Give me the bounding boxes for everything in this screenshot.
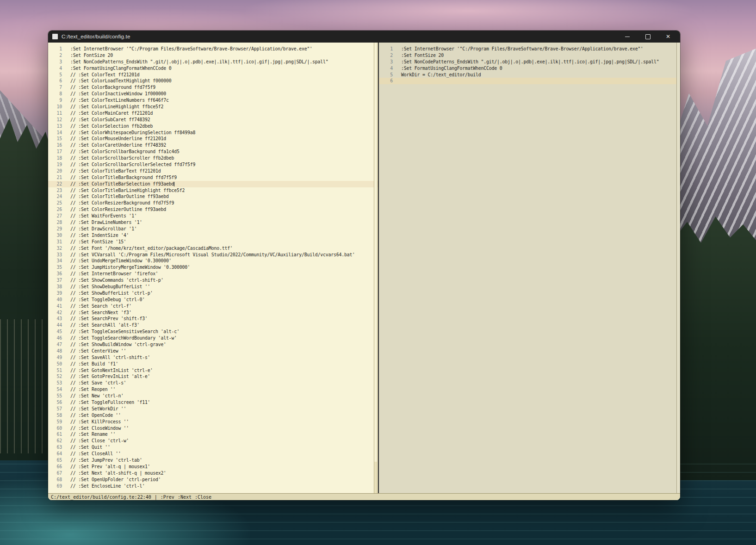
editor-pane-right[interactable]: 1:Set InternetBrowser '"C:/Program Files… bbox=[379, 43, 680, 493]
line-number: 27 bbox=[48, 213, 70, 219]
code-line[interactable]: 62// :Set Close 'ctrl-w' bbox=[48, 438, 373, 444]
code-line[interactable]: 1:Set InternetBrowser '"C:/Program Files… bbox=[379, 46, 675, 52]
code-line[interactable]: 60// :Set CloseWindow '' bbox=[48, 425, 373, 432]
code-line[interactable]: 4:Set FormatUsingClangFormatWhenCCode 0 bbox=[48, 65, 373, 72]
code-line[interactable]: 55// :Set New 'ctrl-n' bbox=[48, 393, 373, 399]
code-line[interactable]: 9// :Set ColorTextLineNumbers ff646f7c bbox=[48, 97, 373, 104]
code-line[interactable]: 22// :Set ColorTitleBarSelection ff93aeb… bbox=[48, 181, 378, 187]
code-line[interactable]: 39// :Set ShowBufferList 'ctrl-p' bbox=[48, 290, 373, 297]
code-line[interactable]: 16// :Set ColorCaretUnderline ff748392 bbox=[48, 142, 373, 149]
title-bar[interactable]: C:/text_editor/build/config.te ✕ bbox=[48, 31, 680, 43]
code-line[interactable]: 19// :Set ColorScrollbarScrollerSelected… bbox=[48, 161, 373, 168]
code-line[interactable]: 6 bbox=[379, 78, 680, 84]
code-line[interactable]: 50// :Set Build 'f1' bbox=[48, 361, 373, 367]
code-line[interactable]: 31// :Set FontSize '15' bbox=[48, 239, 373, 245]
code-line[interactable]: 65// :Set JumpPrev 'ctrl-tab' bbox=[48, 457, 373, 464]
code-line[interactable]: 45// :Set ToggleCaseSensitiveSearch 'alt… bbox=[48, 328, 373, 335]
code-line[interactable]: 12// :Set ColorSubCaret ff748392 bbox=[48, 117, 373, 123]
code-line[interactable]: 52// :Set GotoPrevInList 'alt-e' bbox=[48, 373, 373, 380]
code-line[interactable]: 3:Set NonCodePatterns_EndsWith ".git/|.o… bbox=[379, 59, 675, 65]
code-line[interactable]: 58// :Set OpenCode '' bbox=[48, 412, 373, 419]
line-text: // :Set VCVarsall 'C:/Program Files/Micr… bbox=[70, 252, 355, 258]
code-line[interactable]: 51// :Set GotoNextInList 'ctrl-e' bbox=[48, 367, 373, 374]
code-line[interactable]: 1:Set InternetBrowser '"C:/Program Files… bbox=[48, 46, 373, 52]
code-line[interactable]: 11// :Set ColorMainCaret ff21201d bbox=[48, 110, 373, 117]
code-line[interactable]: 7// :Set ColorBackground ffd7f5f9 bbox=[48, 84, 373, 91]
code-line[interactable]: 29// :Set DrawScrollbar '1' bbox=[48, 226, 373, 232]
code-line[interactable]: 2:Set FontSize 20 bbox=[379, 52, 675, 59]
code-line[interactable]: 15// :Set ColorMouseUnderline ff21201d bbox=[48, 136, 373, 142]
code-line[interactable]: 24// :Set ColorTitleBarOutline ff93aebd bbox=[48, 193, 373, 200]
code-line[interactable]: 37// :Set ShowCommands 'ctrl-shift-p' bbox=[48, 277, 373, 284]
editor-pane-left[interactable]: 1:Set InternetBrowser '"C:/Program Files… bbox=[48, 43, 378, 493]
code-line[interactable]: 34// :Set UndoMergeTimeWindow '0.300000' bbox=[48, 258, 373, 264]
code-line[interactable]: 5WorkDir = C:/text_editor/build bbox=[379, 72, 675, 78]
code-line[interactable]: 43// :Set SearchPrev 'shift-f3' bbox=[48, 316, 373, 322]
code-line[interactable]: 59// :Set KillProcess '' bbox=[48, 419, 373, 425]
code-line[interactable]: 68// :Set OpenUpFolder 'ctrl-period' bbox=[48, 477, 373, 483]
minimize-button[interactable] bbox=[617, 31, 638, 43]
left-pane-scrollbar[interactable] bbox=[374, 43, 378, 493]
status-command[interactable]: :Prev bbox=[161, 495, 174, 500]
code-line[interactable]: 30// :Set IndentSize '4' bbox=[48, 232, 373, 239]
code-area-left[interactable]: 1:Set InternetBrowser '"C:/Program Files… bbox=[48, 43, 373, 493]
code-line[interactable]: 63// :Set Quit '' bbox=[48, 444, 373, 451]
code-line[interactable]: 67// :Set Next 'alt-shift-q | mousex2' bbox=[48, 470, 373, 477]
code-line[interactable]: 36// :Set InternetBrowser 'firefox' bbox=[48, 271, 373, 277]
code-line[interactable]: 35// :Set JumpHistoryMergeTimeWindow '0.… bbox=[48, 264, 373, 271]
code-line[interactable]: 54// :Set Reopen '' bbox=[48, 386, 373, 393]
line-number: 68 bbox=[48, 477, 70, 483]
line-text: :Set NonCodePatterns_EndsWith ".git/|.ob… bbox=[70, 59, 328, 65]
code-line[interactable]: 13// :Set ColorSelection ffb2dbeb bbox=[48, 123, 373, 130]
code-line[interactable]: 6// :Set ColorLoadTextHighlight f000000 bbox=[48, 78, 373, 84]
right-pane-scrollbar[interactable] bbox=[676, 43, 680, 493]
line-text: // :Set Prev 'alt-q | mousex1' bbox=[70, 464, 150, 470]
code-area-right[interactable]: 1:Set InternetBrowser '"C:/Program Files… bbox=[379, 43, 675, 493]
line-text: // :Set Font '/home/krz/text_editor/pack… bbox=[70, 245, 233, 252]
code-line[interactable]: 21// :Set ColorTitleBarBackground ffd7f5… bbox=[48, 174, 373, 181]
right-scrollbar-thumb[interactable] bbox=[677, 43, 680, 493]
line-number: 35 bbox=[48, 264, 70, 271]
code-line[interactable]: 32// :Set Font '/home/krz/text_editor/pa… bbox=[48, 245, 373, 252]
code-line[interactable]: 69// :Set EncloseLine 'ctrl-l' bbox=[48, 483, 373, 489]
code-line[interactable]: 47// :Set ShowBuildWindow 'ctrl-grave' bbox=[48, 341, 373, 348]
code-line[interactable]: 44// :Set SearchAll 'alt-f3' bbox=[48, 322, 373, 328]
code-line[interactable]: 46// :Set ToggleSearchWordBoundary 'alt-… bbox=[48, 335, 373, 341]
code-line[interactable]: 40// :Set ToggleDebug 'ctrl-0' bbox=[48, 297, 373, 303]
code-line[interactable]: 66// :Set Prev 'alt-q | mousex1' bbox=[48, 464, 373, 470]
code-line[interactable]: 42// :Set SearchNext 'f3' bbox=[48, 310, 373, 316]
code-line[interactable]: 56// :Set ToggleFullscreen 'f11' bbox=[48, 399, 373, 406]
code-line[interactable]: 26// :Set ColorResizerOutline ff93aebd bbox=[48, 206, 373, 213]
line-number: 63 bbox=[48, 444, 70, 451]
code-line[interactable]: 25// :Set ColorResizerBackground ffd7f5f… bbox=[48, 200, 373, 206]
left-scrollbar-thumb[interactable] bbox=[374, 43, 377, 462]
code-line[interactable]: 27// :Set WaitForEvents '1' bbox=[48, 213, 373, 219]
code-line[interactable]: 17// :Set ColorScrollbarBackground ffa1c… bbox=[48, 149, 373, 155]
code-line[interactable]: 28// :Set DrawLineNumbers '1' bbox=[48, 219, 373, 226]
code-line[interactable]: 53// :Set Save 'ctrl-s' bbox=[48, 380, 373, 386]
code-line[interactable]: 8// :Set ColorInactiveWindow 1f000000 bbox=[48, 91, 373, 97]
status-command[interactable]: :Close bbox=[195, 495, 211, 500]
code-line[interactable]: 5// :Set ColorText ff21201d bbox=[48, 72, 373, 78]
status-command[interactable]: :Next bbox=[178, 495, 192, 500]
code-line[interactable]: 61// :Set Rename '' bbox=[48, 431, 373, 438]
code-line[interactable]: 41// :Set Search 'ctrl-f' bbox=[48, 303, 373, 310]
code-line[interactable]: 23// :Set ColorTitleBarLineHighlight ffb… bbox=[48, 187, 373, 194]
code-line[interactable]: 49// :Set SaveAll 'ctrl-shift-s' bbox=[48, 354, 373, 361]
code-line[interactable]: 20// :Set ColorTitleBarText ff21201d bbox=[48, 168, 373, 174]
code-line[interactable]: 14// :Set ColorWhitespaceDuringSelection… bbox=[48, 130, 373, 136]
line-text: // :Set DrawLineNumbers '1' bbox=[70, 219, 142, 226]
line-number: 58 bbox=[48, 412, 70, 419]
code-line[interactable]: 2:Set FontSize 20 bbox=[48, 52, 373, 59]
code-line[interactable]: 18// :Set ColorScrollbarScroller ffb2dbe… bbox=[48, 155, 373, 161]
close-button[interactable]: ✕ bbox=[658, 31, 678, 43]
code-line[interactable]: 3:Set NonCodePatterns_EndsWith ".git/|.o… bbox=[48, 59, 373, 65]
code-line[interactable]: 48// :Set CenterView '' bbox=[48, 348, 373, 354]
code-line[interactable]: 33// :Set VCVarsall 'C:/Program Files/Mi… bbox=[48, 252, 373, 258]
code-line[interactable]: 4:Set FormatUsingClangFormatWhenCCode 0 bbox=[379, 65, 675, 72]
maximize-button[interactable] bbox=[638, 31, 658, 43]
code-line[interactable]: 10// :Set ColorLineHighlight ffbce5f2 bbox=[48, 104, 373, 110]
code-line[interactable]: 38// :Set ShowDebugBufferList '' bbox=[48, 284, 373, 290]
code-line[interactable]: 57// :Set SetWorkDir '' bbox=[48, 406, 373, 412]
code-line[interactable]: 64// :Set CloseAll '' bbox=[48, 451, 373, 457]
